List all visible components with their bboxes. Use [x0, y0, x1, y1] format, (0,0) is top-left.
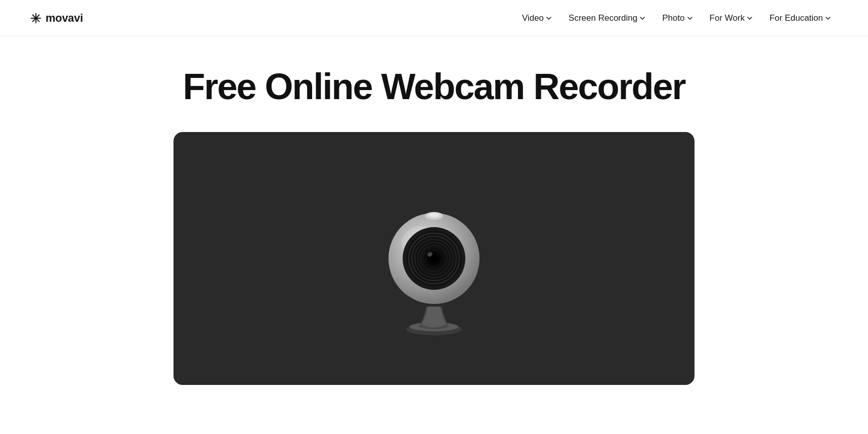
- movavi-logo-icon: [30, 13, 41, 24]
- webcam-display-area: [173, 132, 695, 385]
- nav-item-screen-recording[interactable]: Screen Recording: [561, 9, 652, 27]
- svg-point-22: [429, 213, 439, 217]
- chevron-down-icon: [747, 17, 752, 20]
- nav-screen-recording-label: Screen Recording: [569, 13, 637, 23]
- nav-item-video[interactable]: Video: [515, 9, 558, 27]
- logo[interactable]: movavi: [30, 12, 83, 25]
- nav-item-photo[interactable]: Photo: [655, 9, 699, 27]
- webcam-illustration: [368, 178, 500, 339]
- nav-photo-label: Photo: [662, 13, 684, 23]
- page-title: Free Online Webcam Recorder: [183, 67, 685, 107]
- nav-for-education-label: For Education: [769, 13, 823, 23]
- nav-video-label: Video: [522, 13, 544, 23]
- main-nav: Video Screen Recording Photo For Work Fo…: [515, 9, 838, 27]
- chevron-down-icon: [687, 17, 692, 20]
- chevron-down-icon: [546, 17, 551, 20]
- logo-text: movavi: [46, 12, 83, 25]
- nav-item-for-work[interactable]: For Work: [703, 9, 760, 27]
- chevron-down-icon: [640, 17, 645, 20]
- chevron-down-icon: [826, 17, 831, 20]
- nav-item-for-education[interactable]: For Education: [762, 9, 838, 27]
- site-header: movavi Video Screen Recording Photo For …: [0, 0, 868, 36]
- main-content: Free Online Webcam Recorder: [0, 36, 868, 385]
- nav-for-work-label: For Work: [710, 13, 745, 23]
